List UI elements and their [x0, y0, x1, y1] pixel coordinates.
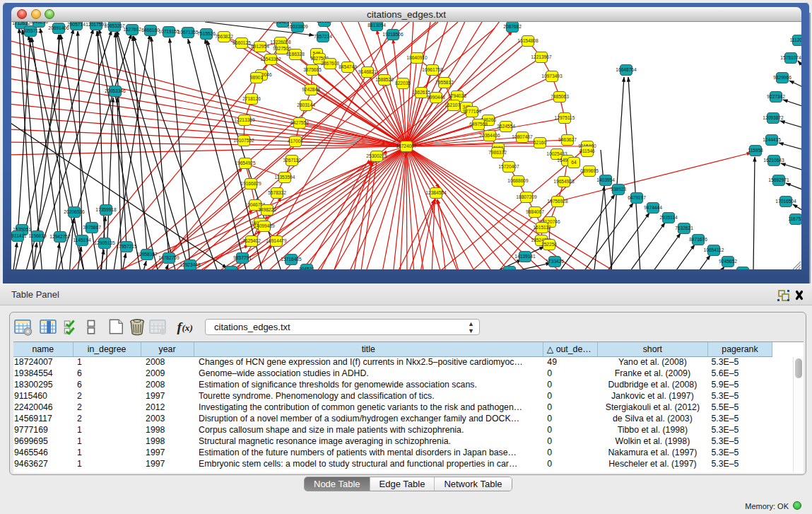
svg-text:8186328: 8186328: [286, 52, 305, 57]
svg-text:7632621: 7632621: [675, 226, 693, 230]
svg-text:20053346: 20053346: [105, 88, 126, 93]
svg-text:98901: 98901: [250, 75, 264, 80]
svg-text:14055712: 14055712: [20, 28, 41, 33]
svg-text:9329966: 9329966: [773, 75, 792, 80]
svg-text:19654923: 19654923: [553, 179, 575, 184]
svg-text:12905135: 12905135: [94, 240, 115, 245]
svg-text:16543362: 16543362: [260, 57, 281, 62]
svg-text:2905714: 2905714: [67, 22, 86, 27]
svg-text:3498222: 3498222: [258, 207, 276, 212]
svg-text:9242848: 9242848: [302, 87, 320, 92]
svg-text:19756928: 19756928: [547, 199, 568, 204]
svg-text:64: 64: [571, 160, 577, 165]
svg-text:1244415: 1244415: [763, 137, 781, 142]
svg-text:1527602: 1527602: [123, 27, 141, 32]
svg-text:1156819: 1156819: [28, 233, 47, 238]
svg-text:9474444: 9474444: [644, 205, 662, 210]
svg-text:1588520: 1588520: [375, 77, 394, 82]
svg-text:8990448: 8990448: [427, 95, 445, 100]
svg-text:12213967: 12213967: [531, 54, 552, 59]
svg-text:10671355: 10671355: [177, 30, 199, 35]
svg-text:7986372: 7986372: [488, 150, 507, 155]
svg-text:12384554: 12384554: [425, 190, 447, 195]
svg-text:938923: 938923: [611, 187, 626, 192]
svg-text:20364436: 20364436: [479, 133, 500, 138]
svg-text:1145194: 1145194: [73, 238, 91, 243]
svg-text:3911411: 3911411: [11, 233, 27, 238]
svg-text:6466160: 6466160: [141, 28, 160, 33]
svg-text:17359918: 17359918: [95, 207, 117, 212]
svg-text:12213369: 12213369: [234, 117, 255, 122]
svg-text:14139141: 14139141: [514, 254, 536, 259]
svg-text:904521: 904521: [299, 267, 314, 269]
svg-text:10654112: 10654112: [704, 247, 724, 252]
svg-text:16210643: 16210643: [763, 158, 784, 163]
svg-text:20691406: 20691406: [48, 25, 69, 30]
svg-text:9857791: 9857791: [233, 255, 252, 260]
svg-text:772531: 772531: [502, 269, 517, 269]
svg-text:9146821: 9146821: [358, 69, 377, 74]
svg-text:1362615: 1362615: [412, 90, 430, 95]
svg-text:1615112: 1615112: [533, 225, 551, 230]
svg-text:115958: 115958: [748, 148, 763, 153]
svg-text:6479197: 6479197: [628, 195, 646, 200]
svg-text:18724007: 18724007: [396, 144, 417, 148]
svg-text:16648764: 16648764: [616, 67, 637, 72]
svg-text:10807487: 10807487: [512, 134, 533, 139]
svg-text:8813054: 8813054: [367, 23, 386, 28]
svg-text:0899695: 0899695: [580, 168, 599, 173]
svg-text:6794028: 6794028: [448, 93, 466, 98]
svg-text:417004: 417004: [288, 139, 303, 144]
svg-text:10688609: 10688609: [507, 178, 529, 183]
svg-text:9245652: 9245652: [719, 259, 737, 264]
svg-text:25300275: 25300275: [366, 153, 387, 158]
svg-text:7485063: 7485063: [551, 94, 569, 99]
svg-text:17957215: 17957215: [116, 244, 137, 249]
svg-text:1733426: 1733426: [546, 259, 564, 264]
svg-text:(x): (x): [182, 322, 192, 333]
svg-text:15751074: 15751074: [780, 55, 801, 60]
svg-text:8454749: 8454749: [339, 64, 357, 69]
svg-text:829134: 829134: [317, 22, 332, 23]
svg-text:12923448: 12923448: [180, 262, 201, 267]
svg-text:1202348: 1202348: [222, 269, 240, 269]
svg-text:12093872: 12093872: [763, 115, 784, 120]
svg-text:18640910: 18640910: [406, 55, 428, 60]
svg-text:19166829: 19166829: [240, 181, 261, 186]
svg-text:12975115: 12975115: [555, 115, 575, 120]
svg-text:2935114: 2935114: [659, 215, 678, 220]
svg-text:20206536: 20206536: [64, 209, 85, 214]
svg-text:16782759: 16782759: [158, 255, 180, 260]
svg-text:9463627: 9463627: [558, 137, 577, 142]
svg-text:2087682: 2087682: [503, 24, 522, 29]
svg-text:3624554: 3624554: [497, 124, 515, 129]
svg-text:9227342: 9227342: [767, 94, 785, 99]
svg-text:116753: 116753: [788, 216, 801, 221]
svg-text:7357224: 7357224: [314, 34, 332, 39]
svg-text:10958107: 10958107: [136, 252, 158, 257]
svg-text:1112058: 1112058: [790, 37, 801, 42]
svg-text:911546: 911546: [579, 148, 595, 153]
svg-text:2803144: 2803144: [297, 103, 315, 107]
svg-text:15716485: 15716485: [281, 257, 302, 262]
svg-text:9884067: 9884067: [526, 209, 544, 214]
svg-text:10973493: 10973493: [541, 74, 563, 78]
svg-text:3875685: 3875685: [303, 67, 322, 72]
svg-text:9777169: 9777169: [463, 109, 481, 114]
svg-text:7955812: 7955812: [435, 80, 454, 85]
svg-text:16033809: 16033809: [287, 24, 308, 29]
svg-text:9341298: 9341298: [30, 22, 48, 24]
svg-text:10719155: 10719155: [158, 29, 180, 34]
svg-text:62160: 62160: [534, 140, 547, 145]
svg-text:8427552: 8427552: [290, 120, 309, 125]
svg-text:822035: 822035: [395, 81, 411, 86]
svg-text:10653267: 10653267: [104, 23, 125, 28]
svg-text:9327506: 9327506: [273, 46, 291, 51]
svg-text:16914479: 16914479: [266, 238, 287, 243]
svg-text:16154808: 16154808: [517, 38, 539, 43]
svg-text:15720407: 15720407: [498, 164, 519, 169]
svg-text:11353594: 11353594: [275, 175, 295, 180]
svg-text:19654925: 19654925: [235, 160, 256, 165]
svg-text:14099489: 14099489: [254, 223, 275, 228]
svg-text:15692971: 15692971: [768, 177, 789, 182]
